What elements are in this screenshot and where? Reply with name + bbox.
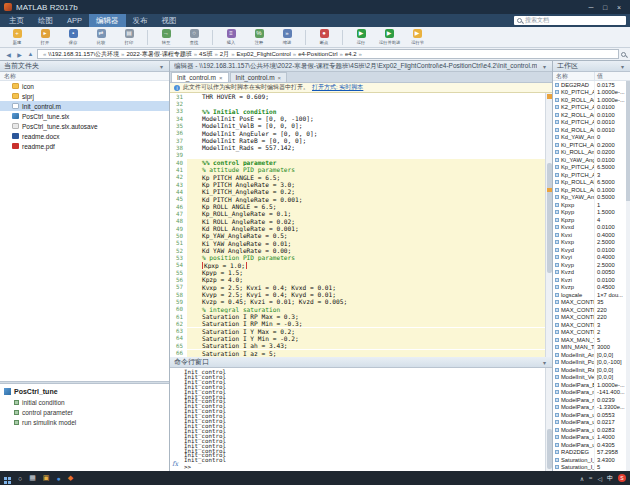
- workspace-row[interactable]: logscale1×7 dou...: [553, 291, 630, 299]
- line-number-gutter[interactable]: 47: [170, 211, 187, 217]
- details-section-item[interactable]: initial condition: [4, 397, 165, 407]
- banner-link[interactable]: 打开方式: 实时脚本: [312, 83, 363, 92]
- code-text[interactable]: Kvxp = 2.5; Kvxi = 0.4; Kvxd = 0.01;: [187, 284, 545, 291]
- workspace-row[interactable]: MAX_MAN_THR...5: [553, 336, 630, 344]
- line-number-gutter[interactable]: 58: [170, 292, 187, 298]
- code-text[interactable]: THR_HOVER = 0.609;: [187, 93, 545, 100]
- code-text[interactable]: Kd_ROLL_AngleRate = 0.001;: [187, 225, 545, 232]
- volume-icon[interactable]: ◁: [597, 475, 602, 482]
- line-number-gutter[interactable]: 57: [170, 284, 187, 290]
- code-text[interactable]: Saturation_I_RP_Max = 0.3;: [187, 313, 545, 320]
- compare-button[interactable]: ⇄比较: [88, 29, 114, 45]
- ribbon-tab-editor[interactable]: 编辑器: [89, 14, 126, 27]
- line-number-gutter[interactable]: 35: [170, 123, 187, 129]
- line-number-gutter[interactable]: 40: [170, 160, 187, 166]
- line-number-gutter[interactable]: 61: [170, 314, 187, 320]
- file-row[interactable]: icon: [0, 81, 169, 91]
- workspace-row[interactable]: Saturation_I_ah3.4300: [553, 456, 630, 464]
- file-explorer-icon[interactable]: ▣: [43, 474, 50, 482]
- code-text[interactable]: Kvyp = 2.5; Kvyi = 0.4; Kvyd = 0.01;: [187, 291, 545, 298]
- column-header-name[interactable]: 名称: [553, 72, 595, 80]
- line-number-gutter[interactable]: 62: [170, 321, 187, 327]
- line-number-gutter[interactable]: 33: [170, 108, 187, 114]
- breadcrumb-segment[interactable]: 2022-寒暑假-课程专题班: [126, 50, 191, 59]
- tray-expand-icon[interactable]: ∧: [580, 475, 584, 482]
- code-text[interactable]: Kp_PITCH_ANGLE = 6.5;: [187, 174, 545, 181]
- print-button[interactable]: ▤打印: [116, 29, 142, 45]
- goto-button[interactable]: →转至: [153, 29, 179, 45]
- code-text[interactable]: % integral saturation: [187, 306, 545, 313]
- workspace-row[interactable]: Kvxp2.5000: [553, 239, 630, 247]
- line-number-gutter[interactable]: 49: [170, 226, 187, 232]
- tab-close-icon[interactable]: ×: [219, 75, 223, 81]
- line-number-gutter[interactable]: 32: [170, 101, 187, 107]
- line-number-gutter[interactable]: 59: [170, 299, 187, 305]
- editor-scrollbar-thumb[interactable]: [547, 163, 552, 273]
- matlab-taskbar-icon[interactable]: ◆: [68, 474, 73, 482]
- start-button[interactable]: [4, 477, 7, 480]
- line-number-gutter[interactable]: 55: [170, 270, 187, 276]
- editor-tab[interactable]: Init_control.m×: [171, 72, 229, 82]
- line-number-gutter[interactable]: 42: [170, 174, 187, 180]
- line-number-gutter[interactable]: 39: [170, 152, 187, 158]
- workspace-row[interactable]: Kp_YAW_AngleR...0.5000: [553, 194, 630, 202]
- breadcrumb-segment[interactable]: e4.2: [345, 51, 357, 57]
- code-text[interactable]: Kd_PITCH_AngleRate = 0.001;: [187, 196, 545, 203]
- workspace-row[interactable]: MAX_CONTROL...3: [553, 321, 630, 329]
- line-number-gutter[interactable]: 43: [170, 182, 187, 188]
- task-view-icon[interactable]: ▦: [29, 474, 36, 482]
- line-number-gutter[interactable]: 38: [170, 145, 187, 151]
- workspace-row[interactable]: ModelPara_uav...0.0553: [553, 411, 630, 419]
- sogou-icon[interactable]: S: [618, 474, 626, 482]
- forward-button[interactable]: ▶: [15, 51, 24, 58]
- workspace-row[interactable]: MIN_MAN_THR3000: [553, 344, 630, 352]
- code-text[interactable]: Kp_ROLL_AngleRate = 0.1;: [187, 210, 545, 217]
- command-window-menu-icon[interactable]: ▾: [543, 359, 548, 366]
- breadcrumb-segment[interactable]: 4S班: [199, 50, 212, 59]
- workspace-row[interactable]: ModelPara_rot...0.0239: [553, 396, 630, 404]
- workspace-row[interactable]: Kvzp0.4500: [553, 284, 630, 292]
- browser-icon[interactable]: ●: [56, 475, 60, 482]
- find-button[interactable]: ○查找: [181, 29, 207, 45]
- file-row[interactable]: PosCtrl_tune.slx: [0, 111, 169, 121]
- code-text[interactable]: Kp_PITCH_AngleRate = 3.0;: [187, 181, 545, 188]
- workspace-row[interactable]: Kp_PITCH_ANGLE6.5000: [553, 164, 630, 172]
- workspace-row[interactable]: Kd_PITCH_Angle...0.0010: [553, 119, 630, 127]
- workspace-row[interactable]: Kvzi0.0100: [553, 276, 630, 284]
- workspace-row[interactable]: K2_ROLL_AngleR...0.0100: [553, 111, 630, 119]
- line-number-gutter[interactable]: 41: [170, 167, 187, 173]
- line-number-gutter[interactable]: 56: [170, 277, 187, 283]
- workspace-row[interactable]: Kpzp4: [553, 216, 630, 224]
- line-number-gutter[interactable]: 37: [170, 138, 187, 144]
- network-icon[interactable]: ≈: [589, 475, 592, 481]
- code-text[interactable]: %% control parameter: [187, 159, 545, 166]
- taskbar-search-icon[interactable]: ○: [18, 475, 22, 482]
- code-text[interactable]: % attitude PID parameters: [187, 166, 545, 173]
- folder-search-icon[interactable]: [621, 52, 626, 57]
- file-row[interactable]: PosCtrl_tune.slx.autosave: [0, 121, 169, 131]
- breadcrumb[interactable]: «\\192.168.31.157\公共环境»2022-寒暑假-课程专题班»4S…: [37, 49, 619, 59]
- line-number-gutter[interactable]: 66: [170, 350, 187, 356]
- warning-tick-icon[interactable]: [547, 188, 552, 192]
- line-number-gutter[interactable]: 31: [170, 94, 187, 100]
- code-text[interactable]: %% Initial condition: [187, 108, 545, 115]
- editor-tab[interactable]: Init_control.m×: [230, 72, 288, 82]
- workspace-row[interactable]: ModelPara_mot...-141.400...: [553, 389, 630, 397]
- workspace-row[interactable]: Kvzd0.0050: [553, 269, 630, 277]
- command-prompt[interactable]: >>: [184, 465, 544, 470]
- workspace-row[interactable]: Kvxd0.0100: [553, 224, 630, 232]
- column-header-value[interactable]: 值: [595, 72, 630, 80]
- workspace-row[interactable]: Kp_ROLL_ANGLE6.5000: [553, 179, 630, 187]
- workspace-row[interactable]: ModelInit_PosE[0,0,-100]: [553, 359, 630, 367]
- code-text[interactable]: Ki_YAW_AngleRate = 0.01;: [187, 240, 545, 247]
- doc-search-box[interactable]: 搜索文档: [514, 16, 626, 25]
- file-row[interactable]: Init_control.m: [0, 101, 169, 111]
- editor-panel-menu-icon[interactable]: ▾: [543, 63, 548, 70]
- save-button[interactable]: ▪保存: [60, 29, 86, 45]
- code-text[interactable]: ModelInit_VelB = [0, 0, 0];: [187, 122, 545, 129]
- workspace-row[interactable]: K2_PITCH_Angle...0.0100: [553, 104, 630, 112]
- code-text[interactable]: Kd_YAW_AngleRate = 0.00;: [187, 247, 545, 254]
- line-number-gutter[interactable]: 46: [170, 204, 187, 210]
- workspace-row[interactable]: Ki_YAW_AngleRa...0.0100: [553, 156, 630, 164]
- line-number-gutter[interactable]: 44: [170, 189, 187, 195]
